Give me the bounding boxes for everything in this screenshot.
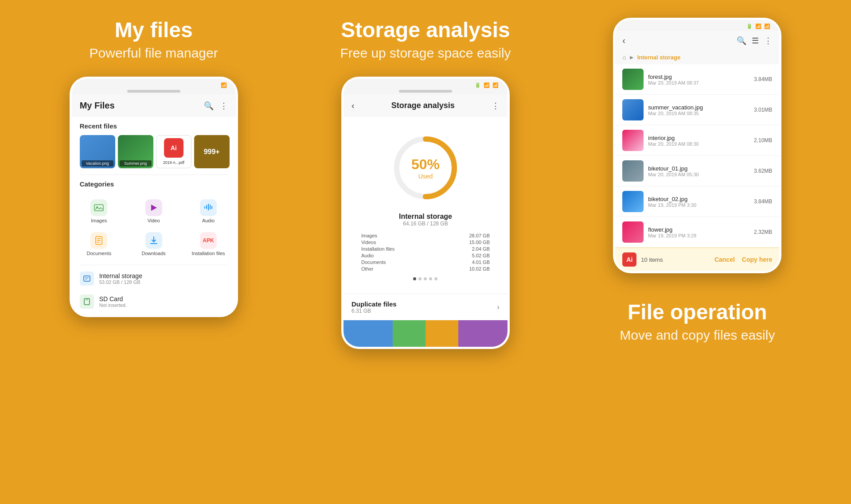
storage-total-name: Internal storage <box>399 213 452 221</box>
storage-internal[interactable]: Internal storage 53.02 GB / 128 GB <box>72 267 236 290</box>
cat-docs-label: Documents <box>87 251 112 256</box>
file-item-forest[interactable]: forest.jpg Mar 20, 2019 AM 08:37 3.84MB <box>615 64 779 95</box>
filedate-bike2: Mar 19, 2019 PM 3:30 <box>648 202 750 208</box>
svg-rect-0 <box>94 205 103 211</box>
myfiles-phone: 📶 My Files 🔍 ⋮ Recent files Vacation.png <box>70 77 238 317</box>
fl-search-icon[interactable]: 🔍 <box>737 36 746 46</box>
cat-audio-label: Audio <box>202 218 215 223</box>
fl-header-icons: 🔍 ☰ ⋮ <box>737 36 772 46</box>
filedate-flower: Mar 19, 2019 PM 3:29 <box>648 233 750 238</box>
cat-downloads-label: Downloads <box>141 251 165 256</box>
fileoperation-phone: 🔋 📶 📶 ‹ 🔍 ☰ ⋮ ⌂ ► Internal storage <box>613 18 781 273</box>
section-myfiles: My files Powerful file manager 📶 My File… <box>27 18 281 317</box>
filedate-summer: Mar 20, 2019 AM 08:35 <box>648 111 750 116</box>
storage-total-size: 64.16 GB / 128 GB <box>403 221 448 227</box>
file-thumb-more[interactable]: 999+ <box>194 135 230 168</box>
cat-images[interactable]: Images <box>72 195 126 228</box>
dot-3[interactable] <box>424 277 427 280</box>
file-thumb-vacation[interactable]: Vacation.png <box>80 135 115 168</box>
svg-rect-8 <box>84 276 90 281</box>
pdf-label: 2019 A...pdf <box>156 159 191 166</box>
file-item-bike2[interactable]: biketour_02.jpg Mar 19, 2019 PM 3:30 3.8… <box>615 186 779 217</box>
donut-used: Used <box>411 173 440 180</box>
file-item-summer[interactable]: summer_vacation.jpg Mar 20, 2019 AM 08:3… <box>615 95 779 125</box>
fl-actions: Cancel Copy here <box>714 256 772 263</box>
cat-downloads[interactable]: Downloads <box>126 228 181 260</box>
sa-more-icon[interactable]: ⋮ <box>492 101 500 111</box>
main-container: My files Powerful file manager 📶 My File… <box>0 0 851 504</box>
bd-images-name: Images <box>361 233 377 238</box>
file-info-bike1: biketour_01.jpg Mar 20, 2019 AM 05:30 <box>648 165 750 177</box>
categories-grid: Images Video Audio <box>72 190 236 265</box>
more-icon[interactable]: ⋮ <box>220 101 228 111</box>
file-list-app: ‹ 🔍 ☰ ⋮ ⌂ ► Internal storage f <box>615 31 779 271</box>
duplicate-row[interactable]: Duplicate files 6.31 GB › <box>344 294 507 320</box>
sa-header-title: Storage analysis <box>391 101 455 110</box>
file-item-interior[interactable]: interior.jpg Mar 20, 2019 AM 08:30 2.10M… <box>615 125 779 156</box>
file-thumb-pdf[interactable]: Ai 2019 A...pdf <box>156 135 191 168</box>
wifi-icon: 📶 <box>221 82 227 88</box>
dot-1[interactable] <box>413 277 416 280</box>
filesize-interior: 2.10MB <box>754 137 772 143</box>
fl-back-icon[interactable]: ‹ <box>622 35 625 46</box>
home-icon: ⌂ <box>622 54 626 61</box>
storage-internal-info: Internal storage 53.02 GB / 128 GB <box>99 272 228 285</box>
summer-label: Summer.png <box>120 160 152 167</box>
cancel-button[interactable]: Cancel <box>714 256 735 263</box>
section-storage: Storage analysis Free up storage space e… <box>298 18 552 349</box>
storage-title: Storage analysis <box>341 18 510 42</box>
dot-5[interactable] <box>434 277 437 280</box>
fl-more-icon[interactable]: ⋮ <box>764 36 772 46</box>
breakdown-images: Images 28.07 GB <box>361 233 490 238</box>
bd-other-name: Other <box>361 266 374 271</box>
filesize-bike2: 3.84MB <box>754 198 772 205</box>
bd-docs-name: Documents <box>361 260 386 265</box>
cat-video[interactable]: Video <box>126 195 181 228</box>
donut-center: 50% Used <box>411 156 440 180</box>
storage-internal-name: Internal storage <box>99 272 228 279</box>
fl-list-icon[interactable]: ☰ <box>752 36 759 46</box>
fl-breadcrumb: ⌂ ► Internal storage <box>615 50 779 64</box>
section-fileoperation: 🔋 📶 📶 ‹ 🔍 ☰ ⋮ ⌂ ► Internal storage <box>570 18 824 359</box>
cat-images-label: Images <box>91 218 107 223</box>
storage-items: Internal storage 53.02 GB / 128 GB SD Ca… <box>72 265 236 315</box>
filesize-bike1: 3.62MB <box>754 168 772 174</box>
status-bar-2: 🔋 📶 📶 <box>344 79 507 90</box>
sa-back-icon[interactable]: ‹ <box>351 101 355 111</box>
storage-app: ‹ Storage analysis ⋮ 50% Used <box>344 94 507 347</box>
thumb-bike2 <box>622 191 644 212</box>
bd-install-name: Installation files <box>361 246 394 252</box>
donut-chart: 50% Used <box>388 130 463 205</box>
storage-sdcard[interactable]: SD Card Not inserted. <box>72 290 236 313</box>
app-header: My Files 🔍 ⋮ <box>72 94 236 117</box>
search-icon[interactable]: 🔍 <box>204 101 214 111</box>
apk-icon: APK <box>200 232 217 249</box>
notch-2 <box>399 90 452 93</box>
breakdown-videos: Videos 15.00 GB <box>361 240 490 245</box>
myfiles-app: My Files 🔍 ⋮ Recent files Vacation.png <box>72 94 236 315</box>
video-icon <box>145 199 162 216</box>
cat-apk[interactable]: APK Installation files <box>181 228 235 260</box>
bd-audio-size: 5.02 GB <box>472 253 490 258</box>
vacation-label: Vacation.png <box>82 160 113 167</box>
dot-2[interactable] <box>418 277 422 280</box>
storage-sdcard-info: SD Card Not inserted. <box>99 295 228 308</box>
wifi-icon-3: 📶 <box>764 23 770 29</box>
signal-icon-3: 📶 <box>755 23 761 29</box>
file-thumb-summer[interactable]: Summer.png <box>118 135 153 168</box>
cat-audio[interactable]: Audio <box>181 195 235 228</box>
fo-section-bottom: File operation Move and copy files easil… <box>620 300 775 359</box>
myfiles-subtitle: Powerful file manager <box>90 46 218 61</box>
file-info-summer: summer_vacation.jpg Mar 20, 2019 AM 08:3… <box>648 104 750 116</box>
dot-4[interactable] <box>429 277 432 280</box>
storage-sdcard-name: SD Card <box>99 295 228 302</box>
dots-indicator <box>413 273 437 285</box>
file-item-bike1[interactable]: biketour_01.jpg Mar 20, 2019 AM 05:30 3.… <box>615 156 779 186</box>
file-item-flower[interactable]: flower.jpg Mar 19, 2019 PM 3:29 2.32MB <box>615 217 779 248</box>
cat-documents[interactable]: Documents <box>72 228 126 260</box>
fl-header: ‹ 🔍 ☰ ⋮ <box>615 31 779 50</box>
breakdown-installation: Installation files 2.04 GB <box>361 246 490 252</box>
status-bar-1: 📶 <box>72 79 236 90</box>
copy-here-button[interactable]: Copy here <box>742 256 772 263</box>
file-info-bike2: biketour_02.jpg Mar 19, 2019 PM 3:30 <box>648 196 750 208</box>
